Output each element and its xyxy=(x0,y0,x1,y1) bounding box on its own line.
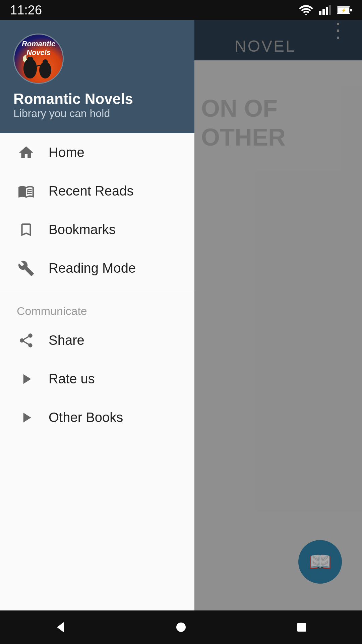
menu-label-rate-us: Rate us xyxy=(49,371,95,386)
menu-label-share: Share xyxy=(49,333,84,348)
wifi-icon xyxy=(299,5,313,15)
menu-label-recent-reads: Recent Reads xyxy=(49,183,133,199)
app-tagline: Library you can hold xyxy=(13,107,181,120)
app-name: Romantic Novels xyxy=(13,91,181,107)
menu-item-rate-us[interactable]: Rate us xyxy=(0,360,194,398)
battery-icon: ⚡ xyxy=(337,6,352,14)
navigation-drawer: RomanticNovels Romantic xyxy=(0,20,194,610)
svg-rect-4 xyxy=(329,5,331,15)
status-bar: 11:26 ⚡ xyxy=(0,0,362,20)
share-icon xyxy=(17,331,35,350)
bookmarks-icon xyxy=(17,220,35,239)
menu-item-bookmarks[interactable]: Bookmarks xyxy=(0,210,194,249)
svg-marker-13 xyxy=(57,622,64,632)
recents-icon xyxy=(296,622,307,633)
status-icons: ⚡ xyxy=(299,5,352,15)
svg-point-14 xyxy=(176,623,186,632)
menu-label-reading-mode: Reading Mode xyxy=(49,261,136,276)
svg-rect-3 xyxy=(326,7,328,15)
menu-label-other-books: Other Books xyxy=(49,410,123,425)
other-books-icon xyxy=(17,408,35,427)
svg-rect-2 xyxy=(322,9,325,15)
communicate-section-header: Communicate xyxy=(0,294,194,321)
svg-point-12 xyxy=(43,59,48,65)
time-display: 11:26 xyxy=(10,3,42,17)
reading-mode-icon xyxy=(17,259,35,277)
menu-item-other-books[interactable]: Other Books xyxy=(0,398,194,437)
menu-item-home[interactable]: Home xyxy=(0,133,194,172)
svg-rect-6 xyxy=(350,9,352,11)
menu-label-home: Home xyxy=(49,145,84,160)
drawer-menu: Home Recent Reads Bookmarks Reading Mode… xyxy=(0,133,194,610)
rate-us-icon xyxy=(17,370,35,388)
svg-text:⚡: ⚡ xyxy=(341,8,346,13)
app-logo: RomanticNovels xyxy=(13,34,64,84)
svg-rect-15 xyxy=(297,623,306,632)
recents-button[interactable] xyxy=(285,610,318,644)
menu-item-reading-mode[interactable]: Reading Mode xyxy=(0,249,194,287)
home-icon xyxy=(17,143,35,162)
menu-item-share[interactable]: Share xyxy=(0,321,194,360)
menu-divider xyxy=(0,291,194,291)
drawer-header: RomanticNovels Romantic xyxy=(0,20,194,133)
home-button[interactable] xyxy=(164,610,198,644)
menu-item-recent-reads[interactable]: Recent Reads xyxy=(0,172,194,210)
menu-label-bookmarks: Bookmarks xyxy=(49,222,116,237)
svg-point-0 xyxy=(305,14,307,15)
recent-reads-icon xyxy=(17,182,35,200)
back-button[interactable] xyxy=(44,610,77,644)
navigation-bar xyxy=(0,610,362,644)
svg-rect-1 xyxy=(319,11,321,15)
signal-icon xyxy=(319,5,331,15)
home-nav-icon xyxy=(176,622,186,632)
back-icon xyxy=(54,621,67,634)
